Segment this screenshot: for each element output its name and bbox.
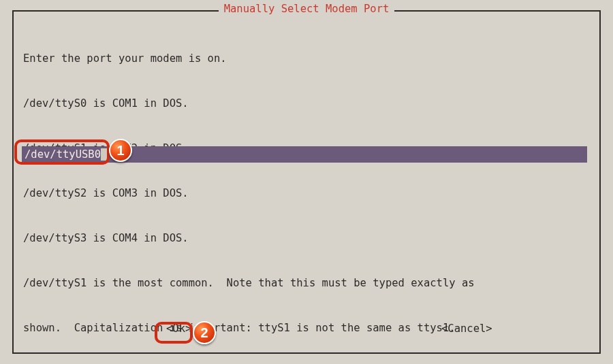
cancel-button[interactable]: <Cancel> [441, 322, 492, 335]
dialog-title: Manually Select Modem Port [219, 3, 395, 15]
modem-port-value: /dev/ttyUSB0 [25, 148, 101, 161]
button-row: <Ok> <Cancel> [14, 322, 599, 339]
body-line: Enter the port your modem is on. [23, 51, 590, 66]
body-line: /dev/ttyS0 is COM1 in DOS. [23, 96, 590, 111]
dialog-frame: Manually Select Modem Port Enter the por… [12, 10, 601, 354]
text-cursor-icon [101, 148, 108, 161]
modem-port-input[interactable]: /dev/ttyUSB0 [22, 146, 587, 163]
body-line: /dev/ttyS1 is the most common. Note that… [23, 276, 590, 291]
ok-button[interactable]: <Ok> [166, 322, 191, 335]
dialog-body: Enter the port your modem is on. /dev/tt… [23, 21, 590, 364]
body-line: /dev/ttyS2 is COM3 in DOS. [23, 186, 590, 201]
dialog-title-wrap: Manually Select Modem Port [14, 3, 599, 15]
body-line: /dev/ttyS3 is COM4 in DOS. [23, 231, 590, 246]
